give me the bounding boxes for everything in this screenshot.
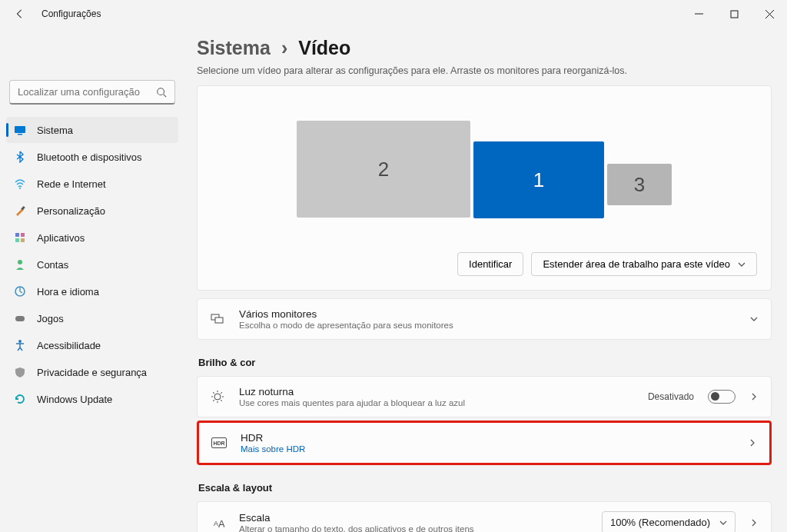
- setting-title: Escala: [239, 512, 588, 524]
- identify-button[interactable]: Identificar: [457, 252, 523, 276]
- wifi-icon: [14, 178, 26, 190]
- close-button[interactable]: [752, 2, 787, 26]
- window-title: Configurações: [42, 8, 101, 19]
- chevron-down-icon: [719, 519, 727, 527]
- paintbrush-icon: [14, 204, 26, 217]
- chevron-down-icon: [749, 314, 759, 324]
- sidebar-item-label: Windows Update: [37, 394, 112, 405]
- svg-point-4: [158, 88, 164, 95]
- sidebar-item-gaming[interactable]: Jogos: [6, 305, 178, 331]
- svg-text:HDR: HDR: [213, 441, 224, 446]
- breadcrumb-current: Vídeo: [298, 37, 350, 59]
- svg-text:A: A: [218, 518, 224, 530]
- sidebar-item-label: Aplicativos: [37, 232, 85, 244]
- sidebar-item-accessibility[interactable]: Acessibilidade: [6, 332, 178, 358]
- chevron-right-icon[interactable]: [749, 392, 759, 401]
- sidebar: Sistema Bluetooth e dispositivos Rede e …: [0, 28, 184, 532]
- search-input[interactable]: [18, 86, 156, 98]
- multi-monitor-icon: [210, 311, 225, 327]
- scale-dropdown[interactable]: 100% (Recomendado): [602, 511, 736, 532]
- sidebar-item-label: Privacidade e segurança: [37, 367, 147, 378]
- breadcrumb-parent[interactable]: Sistema: [197, 37, 271, 59]
- svg-rect-12: [15, 238, 19, 242]
- minimize-button[interactable]: [681, 2, 716, 26]
- night-light-row[interactable]: Luz noturna Use cores mais quentes para …: [197, 376, 772, 417]
- sidebar-item-bluetooth[interactable]: Bluetooth e dispositivos: [6, 144, 178, 170]
- display-arrange-area[interactable]: 2 1 3: [211, 100, 757, 238]
- night-light-status: Desativado: [648, 391, 694, 402]
- display-icon: [14, 124, 26, 136]
- back-button[interactable]: [12, 6, 28, 22]
- sidebar-item-network[interactable]: Rede e Internet: [6, 171, 178, 197]
- main-content: Sistema › Vídeo Selecione um vídeo para …: [184, 28, 787, 532]
- svg-point-8: [19, 188, 21, 189]
- sidebar-item-label: Contas: [37, 259, 68, 271]
- sidebar-item-label: Rede e Internet: [37, 178, 106, 190]
- monitor-1[interactable]: 1: [473, 141, 604, 218]
- setting-desc: Escolha o modo de apresentação para seus…: [239, 321, 736, 330]
- night-light-toggle[interactable]: [708, 390, 736, 404]
- sidebar-item-label: Sistema: [37, 125, 73, 136]
- multiple-monitors-row[interactable]: Vários monitores Escolha o modo de apres…: [197, 298, 772, 340]
- night-light-icon: [210, 389, 225, 404]
- svg-rect-1: [731, 11, 738, 18]
- sidebar-item-time[interactable]: Hora e idioma: [6, 278, 178, 304]
- svg-rect-11: [21, 233, 25, 237]
- update-icon: [14, 393, 26, 405]
- sidebar-item-privacy[interactable]: Privacidade e segurança: [6, 359, 178, 385]
- sidebar-item-system[interactable]: Sistema: [6, 117, 178, 143]
- bluetooth-icon: [14, 151, 26, 163]
- svg-rect-19: [215, 318, 223, 323]
- sidebar-item-label: Hora e idioma: [37, 286, 99, 298]
- search-box[interactable]: [9, 80, 175, 105]
- breadcrumb: Sistema › Vídeo: [197, 37, 772, 59]
- person-icon: [14, 258, 26, 271]
- svg-point-14: [18, 260, 22, 264]
- extend-display-dropdown[interactable]: Estender área de trabalho para este víde…: [531, 252, 757, 276]
- scale-icon: AA: [210, 515, 225, 530]
- search-icon: [156, 87, 167, 98]
- svg-rect-6: [15, 126, 25, 133]
- chevron-down-icon: [738, 261, 745, 268]
- display-subtitle: Selecione um vídeo para alterar as confi…: [197, 65, 772, 76]
- chevron-right-icon[interactable]: [748, 438, 757, 447]
- svg-rect-16: [15, 316, 25, 321]
- monitor-3[interactable]: 3: [607, 164, 672, 205]
- display-arrange-card: 2 1 3 Identificar Estender área de traba…: [197, 85, 772, 291]
- chevron-right-icon[interactable]: [749, 518, 759, 527]
- section-header-scale: Escala & layout: [198, 482, 772, 494]
- chevron-right-icon: ›: [281, 37, 287, 59]
- sidebar-item-label: Bluetooth e dispositivos: [37, 151, 142, 163]
- hdr-icon: HDR: [211, 435, 227, 451]
- svg-rect-10: [15, 233, 19, 237]
- svg-rect-13: [21, 238, 25, 242]
- section-header-brightness: Brilho & cor: [198, 357, 772, 368]
- setting-title: HDR: [241, 432, 734, 444]
- shield-icon: [14, 366, 26, 378]
- sidebar-item-label: Personalização: [37, 205, 105, 217]
- svg-line-26: [221, 400, 222, 401]
- sidebar-item-personalization[interactable]: Personalização: [6, 198, 178, 224]
- gamepad-icon: [14, 312, 26, 324]
- sidebar-item-label: Jogos: [37, 313, 64, 324]
- setting-title: Luz noturna: [239, 386, 634, 397]
- hdr-row[interactable]: HDR HDR Mais sobre HDR: [197, 421, 772, 465]
- hdr-link[interactable]: Mais sobre HDR: [241, 444, 734, 454]
- scale-row[interactable]: AA Escala Alterar o tamanho do texto, do…: [197, 501, 772, 532]
- accessibility-icon: [14, 339, 26, 351]
- svg-line-25: [213, 392, 214, 394]
- setting-title: Vários monitores: [239, 308, 736, 320]
- clock-globe-icon: [14, 285, 26, 298]
- sidebar-item-update[interactable]: Windows Update: [6, 386, 178, 412]
- apps-icon: [14, 231, 26, 244]
- sidebar-item-apps[interactable]: Aplicativos: [6, 224, 178, 251]
- sidebar-item-accounts[interactable]: Contas: [6, 251, 178, 278]
- setting-desc: Use cores mais quentes para ajudar a blo…: [239, 398, 634, 407]
- svg-point-17: [18, 340, 22, 343]
- sidebar-item-label: Acessibilidade: [37, 340, 101, 351]
- maximize-button[interactable]: [716, 2, 752, 26]
- svg-rect-7: [18, 134, 22, 135]
- monitor-2[interactable]: 2: [297, 121, 470, 218]
- svg-line-28: [221, 392, 222, 394]
- svg-line-27: [213, 400, 214, 401]
